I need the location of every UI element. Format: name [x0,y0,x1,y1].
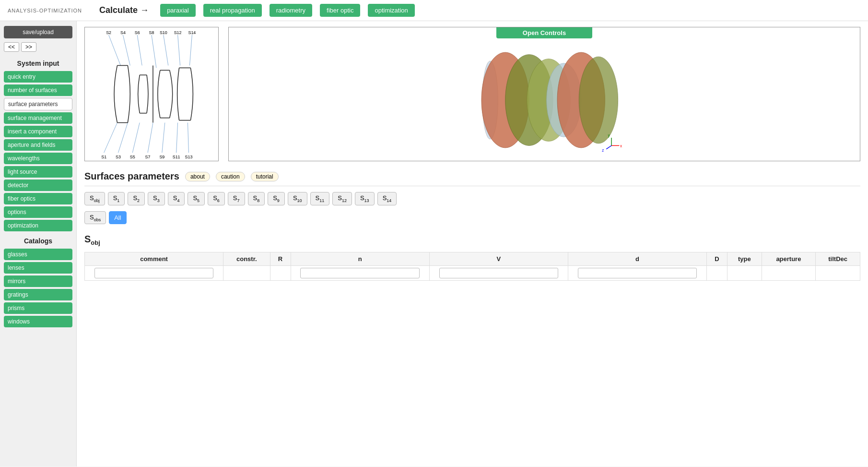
sidebar-item-surface-management[interactable]: surface management [4,112,72,124]
cell-tiltDec [816,266,860,281]
paraxial-button[interactable]: paraxial [160,4,196,17]
svg-text:x: x [620,144,622,148]
input-V[interactable]: infinite [439,268,559,278]
input-d[interactable]: 423.334 [578,268,697,278]
svg-line-7 [109,35,121,66]
sidebar-item-lenses[interactable]: lenses [4,262,72,274]
surface-btn-s2[interactable]: S2 [128,192,145,205]
sidebar-item-detector[interactable]: detector [4,180,72,191]
nav-forward-button[interactable]: >> [21,42,36,52]
sidebar-item-quick-entry[interactable]: quick entry [4,71,72,83]
input-n[interactable]: 1 [300,268,420,278]
svg-text:S8: S8 [149,30,154,35]
calculate-label: Calculate → [99,5,149,15]
surface-btn-s7[interactable]: S7 [228,192,245,205]
surface-btn-all[interactable]: All [109,211,126,225]
svg-text:S7: S7 [145,155,151,159]
svg-line-10 [152,35,156,68]
sidebar-item-insert-component[interactable]: insert a component [4,126,72,137]
diagrams-row: S2 S4 S6 S8 S10 S12 S14 [84,27,860,161]
surface-btn-s4[interactable]: S4 [168,192,185,205]
surface-params-header: Surfaces parameters about caution tutori… [84,171,860,186]
surface-btn-s13[interactable]: S13 [355,192,375,205]
fiber-optic-button[interactable]: fiber optic [320,4,360,17]
svg-line-18 [162,123,165,153]
sidebar-item-gratings[interactable]: gratings [4,289,72,300]
system-input-title: System input [4,60,72,67]
col-comment: comment [85,252,223,266]
sidebar-item-light-source[interactable]: light source [4,166,72,178]
sidebar-item-prisms[interactable]: prisms [4,302,72,314]
col-D: D [706,252,727,266]
surface-btn-s3[interactable]: S3 [148,192,165,205]
svg-text:S10: S10 [160,30,167,35]
radiometry-button[interactable]: radiometry [270,4,312,17]
surface-btn-s9[interactable]: S9 [268,192,285,205]
svg-line-16 [132,123,140,153]
sidebar-item-optimization[interactable]: optimization [4,220,72,231]
sobj-detail: Sobj comment constr. R n V d D type aper… [84,234,860,281]
sidebar-item-surface-parameters[interactable]: surface parameters [4,98,72,110]
cell-n: 1 [291,266,429,281]
cell-d: 423.334 [568,266,706,281]
surface-btn-s8[interactable]: S8 [248,192,265,205]
svg-text:S2: S2 [106,30,111,35]
tutorial-tag-button[interactable]: tutorial [251,172,279,181]
col-V: V [429,252,568,266]
svg-line-12 [178,35,180,66]
cell-aperture [762,266,816,281]
surface-btn-s12[interactable]: S12 [332,192,352,205]
col-tiltDec: tiltDec [816,252,860,266]
content-area: S2 S4 S6 S8 S10 S12 S14 [77,21,868,467]
nav-arrows: << >> [4,42,72,52]
svg-line-17 [148,123,153,153]
svg-text:S9: S9 [159,155,164,159]
surface-btn-s11[interactable]: S11 [310,192,330,205]
cell-constr [223,266,270,281]
surfaces-params-title: Surfaces parameters [84,171,179,182]
catalogs-title: Catalogs [4,237,72,245]
sidebar-item-aperture-fields[interactable]: aperture and fields [4,139,72,151]
cell-D [706,266,727,281]
surface-btn-sobs[interactable]: Sobs [84,211,106,225]
svg-line-14 [104,123,117,153]
sidebar-item-fiber-optics[interactable]: fiber optics [4,193,72,204]
col-R: R [270,252,291,266]
open-controls-banner[interactable]: Open Controls [496,27,592,38]
sidebar-item-wavelengths[interactable]: wavelengths [4,153,72,164]
app-title: Analysis-optimization [8,8,82,13]
col-aperture: aperture [762,252,816,266]
svg-line-20 [188,123,188,153]
real-propagation-button[interactable]: real propagation [203,4,262,17]
sobj-detail-title: Sobj [84,234,860,246]
surface-selector-row2: Sobs All [84,211,860,225]
about-tag-button[interactable]: about [185,172,210,181]
caution-tag-button[interactable]: caution [216,172,245,181]
surface-btn-s6[interactable]: S6 [208,192,225,205]
surface-btn-s14[interactable]: S14 [377,192,397,205]
optimization-button[interactable]: optimization [368,4,414,17]
surface-btn-s10[interactable]: S10 [288,192,307,205]
save-upload-button[interactable]: save/upload [4,26,72,38]
surface-params-table: comment constr. R n V d D type aperture … [84,252,860,281]
surface-selector: Sobj S1 S2 S3 S4 S5 S6 S7 S8 S9 S10 S11 … [84,192,860,205]
nav-back-button[interactable]: << [4,42,19,52]
table-row: 1 infinite 423.334 [85,266,860,281]
surface-btn-s1[interactable]: S1 [108,192,125,205]
svg-text:S4: S4 [120,30,126,35]
svg-text:S6: S6 [135,30,140,35]
input-comment[interactable] [94,268,214,278]
svg-line-13 [189,35,192,66]
sidebar-item-number-of-surfaces[interactable]: number of surfaces [4,84,72,96]
sidebar-item-glasses[interactable]: glasses [4,249,72,260]
sidebar-item-options[interactable]: options [4,206,72,218]
cell-R [270,266,291,281]
surface-btn-sobj[interactable]: Sobj [84,192,105,205]
svg-text:S3: S3 [116,155,121,159]
svg-text:S13: S13 [185,155,193,159]
sidebar-item-windows[interactable]: windows [4,316,72,327]
svg-text:S14: S14 [188,30,196,35]
svg-point-43 [579,57,618,144]
sidebar-item-mirrors[interactable]: mirrors [4,275,72,287]
surface-btn-s5[interactable]: S5 [188,192,205,205]
